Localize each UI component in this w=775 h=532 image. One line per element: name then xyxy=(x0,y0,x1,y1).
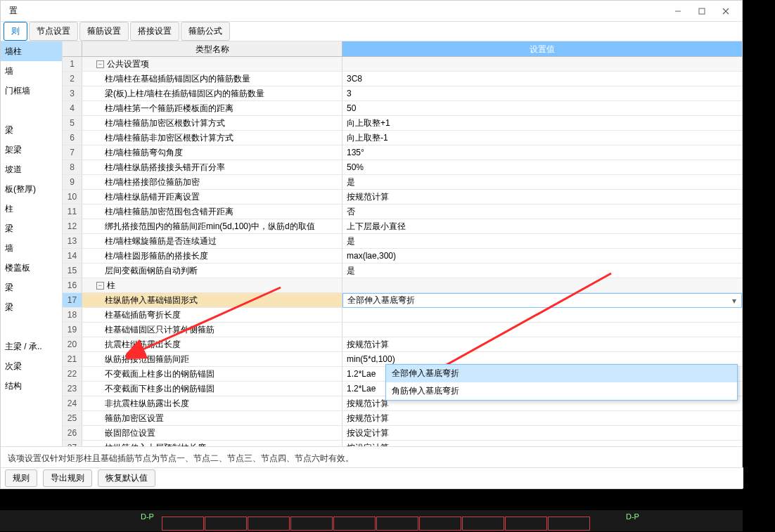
row-name: 柱纵筋伸入基础锚固形式 xyxy=(82,293,342,307)
table-row[interactable]: 9柱/墙柱搭接部位箍筋加密是 xyxy=(63,175,742,190)
row-value[interactable]: 按规范计算 xyxy=(342,190,742,204)
table-row[interactable]: 12绑扎搭接范围内的箍筋间距min(5d,100)中，纵筋d的取值上下层最小直径 xyxy=(63,219,742,234)
table-row[interactable]: 25箍筋加密区设置按规范计算 xyxy=(63,411,742,426)
row-value[interactable]: 50% xyxy=(342,160,742,174)
combo-dropdown[interactable]: 全部伸入基底弯折角筋伸入基底弯折 xyxy=(385,364,738,401)
close-button[interactable] xyxy=(715,3,736,20)
dropdown-option-1[interactable]: 角筋伸入基底弯折 xyxy=(386,382,737,400)
table-row[interactable]: 4柱/墙柱第一个箍筋距楼板面的距离50 xyxy=(63,101,742,116)
tab-0[interactable]: 则 xyxy=(4,22,27,41)
table-row[interactable]: 13柱/墙柱螺旋箍筋是否连续通过是 xyxy=(63,234,742,249)
sidebar-item-11[interactable]: 楼盖板 xyxy=(1,258,62,278)
row-value[interactable]: 全部伸入基底弯折▾ xyxy=(342,293,742,307)
row-name: 柱/墙柱箍筋加密范围包含错开距离 xyxy=(82,205,342,219)
row-value[interactable]: 按设定计算 xyxy=(342,441,742,446)
row-number: 11 xyxy=(63,205,82,219)
sidebar-item-9[interactable]: 梁 xyxy=(1,219,62,238)
tab-1[interactable]: 节点设置 xyxy=(29,22,78,41)
bg-label-right: D-P xyxy=(626,512,639,521)
row-value[interactable] xyxy=(342,278,742,292)
row-value[interactable]: 按规范计算 xyxy=(342,411,742,425)
table-row[interactable]: 2柱/墙柱在基础插筋锚固区内的箍筋数量3C8 xyxy=(63,72,742,86)
footer-button-0[interactable]: 规则 xyxy=(5,469,37,487)
sidebar-item-17[interactable]: 结构 xyxy=(1,376,62,396)
footer-button-2[interactable]: 恢复默认值 xyxy=(98,469,155,487)
tab-3[interactable]: 搭接设置 xyxy=(130,22,179,41)
col-number-header xyxy=(63,41,82,56)
sidebar-item-0[interactable]: 墙柱 xyxy=(1,41,62,61)
table-row[interactable]: 15层间变截面钢筋自动判断是 xyxy=(63,264,742,278)
sidebar-item-2[interactable]: 门框墙 xyxy=(1,81,62,100)
row-number: 10 xyxy=(63,190,82,204)
sidebar-item-6[interactable]: 坡道 xyxy=(1,160,62,179)
table-row[interactable]: 26嵌固部位设置按设定计算 xyxy=(63,426,742,441)
table-row[interactable]: 8柱/墙柱纵筋搭接接头错开百分率50% xyxy=(63,160,742,175)
sidebar-item-13[interactable]: 梁 xyxy=(1,297,62,317)
table-row[interactable]: 19柱基础锚固区只计算外侧箍筋 xyxy=(63,323,742,337)
row-value[interactable]: 上下层最小直径 xyxy=(342,219,742,233)
combo-box[interactable]: 全部伸入基底弯折▾ xyxy=(342,293,742,308)
table-row[interactable]: 14柱/墙柱圆形箍筋的搭接长度max(lae,300) xyxy=(63,249,742,264)
row-value[interactable]: 是 xyxy=(342,175,742,189)
row-number: 9 xyxy=(63,175,82,189)
sidebar-item-3[interactable] xyxy=(1,100,62,120)
row-value[interactable]: 135° xyxy=(342,145,742,160)
row-value[interactable]: 向上取整-1 xyxy=(342,131,742,145)
sidebar-item-18[interactable] xyxy=(1,396,62,415)
sidebar-item-8[interactable]: 柱 xyxy=(1,199,62,219)
row-name: 箍筋加密区设置 xyxy=(82,411,342,425)
sidebar-item-12[interactable]: 梁 xyxy=(1,278,62,297)
table-row[interactable]: 18柱基础插筋弯折长度 xyxy=(63,308,742,323)
row-value[interactable]: 按规范计算 xyxy=(342,337,742,351)
sidebar-item-16[interactable]: 次梁 xyxy=(1,356,62,376)
table-row[interactable]: 5柱/墙柱箍筋加密区根数计算方式向上取整+1 xyxy=(63,116,742,131)
table-row[interactable]: 7柱/墙柱箍筋弯勾角度135° xyxy=(63,145,742,160)
table-row[interactable]: 16−柱 xyxy=(63,278,742,293)
row-value[interactable]: 3C8 xyxy=(342,72,742,86)
row-number: 26 xyxy=(63,426,82,440)
table-row[interactable]: 3梁(板)上柱/墙柱在插筋锚固区内的箍筋数量3 xyxy=(63,86,742,101)
sidebar-item-15[interactable]: 主梁 / 承.. xyxy=(1,337,62,356)
col-name-header: 类型名称 xyxy=(82,41,342,56)
collapse-icon[interactable]: − xyxy=(96,282,104,290)
maximize-button[interactable] xyxy=(691,3,712,20)
sidebar-item-4[interactable]: 梁 xyxy=(1,120,62,140)
sidebar-item-14[interactable] xyxy=(1,317,62,337)
row-value[interactable]: 50 xyxy=(342,101,742,115)
dropdown-option-0[interactable]: 全部伸入基底弯折 xyxy=(386,365,737,382)
sidebar-item-10[interactable]: 墙 xyxy=(1,238,62,258)
row-value[interactable] xyxy=(342,57,742,71)
sidebar-item-5[interactable]: 架梁 xyxy=(1,140,62,160)
row-name: 柱基础锚固区只计算外侧箍筋 xyxy=(82,323,342,337)
row-value[interactable]: max(lae,300) xyxy=(342,249,742,263)
table-row[interactable]: 6柱/墙柱箍筋非加密区根数计算方式向上取整-1 xyxy=(63,131,742,145)
table-row[interactable]: 27柱纵筋伸入上层预制柱长度按设定计算 xyxy=(63,441,742,446)
collapse-icon[interactable]: − xyxy=(96,60,104,68)
row-name: 柱/墙柱箍筋弯勾角度 xyxy=(82,145,342,160)
table-row[interactable]: 10柱/墙柱纵筋错开距离设置按规范计算 xyxy=(63,190,742,205)
row-value[interactable]: 向上取整+1 xyxy=(342,116,742,130)
row-value[interactable]: 是 xyxy=(342,264,742,278)
tab-4[interactable]: 箍筋公式 xyxy=(181,22,230,41)
table-row[interactable]: 1−公共设置项 xyxy=(63,57,742,72)
row-number: 13 xyxy=(63,234,82,248)
tab-2[interactable]: 箍筋设置 xyxy=(79,22,129,41)
row-value[interactable]: 否 xyxy=(342,205,742,219)
chevron-down-icon[interactable]: ▾ xyxy=(729,295,740,306)
row-name: 绑扎搭接范围内的箍筋间距min(5d,100)中，纵筋d的取值 xyxy=(82,219,342,233)
row-value[interactable]: 3 xyxy=(342,86,742,100)
table-row[interactable]: 11柱/墙柱箍筋加密范围包含错开距离否 xyxy=(63,205,742,219)
row-name: 柱/墙柱第一个箍筋距楼板面的距离 xyxy=(82,101,342,115)
sidebar-item-7[interactable]: 板(整厚) xyxy=(1,179,62,199)
sidebar-item-1[interactable]: 墙 xyxy=(1,61,62,81)
table-row[interactable]: 17柱纵筋伸入基础锚固形式全部伸入基底弯折▾ xyxy=(63,293,742,308)
footer-button-1[interactable]: 导出规则 xyxy=(43,469,92,487)
row-number: 21 xyxy=(63,352,82,366)
row-value[interactable]: 按设定计算 xyxy=(342,426,742,440)
row-value[interactable] xyxy=(342,323,742,337)
row-name: −公共设置项 xyxy=(82,57,342,71)
table-row[interactable]: 20抗震柱纵筋露出长度按规范计算 xyxy=(63,337,742,352)
minimize-button[interactable] xyxy=(667,3,688,20)
row-value[interactable] xyxy=(342,308,742,322)
row-value[interactable]: 是 xyxy=(342,234,742,248)
